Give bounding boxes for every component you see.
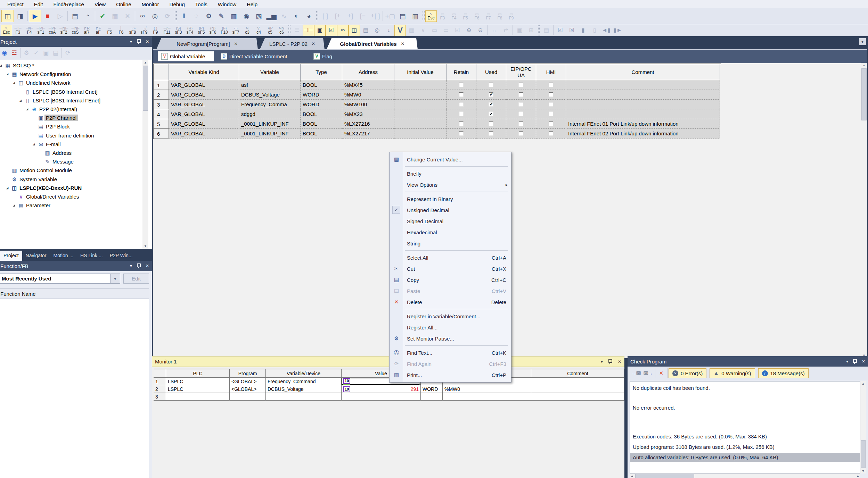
- pin-icon[interactable]: [137, 39, 141, 43]
- tree-item-e-mail[interactable]: ◢✉E-mail: [0, 140, 152, 149]
- breakpoint-add-icon[interactable]: [+: [331, 10, 344, 22]
- branch-icon[interactable]: Чc3: [241, 25, 253, 36]
- edit-button[interactable]: Edit: [123, 274, 149, 284]
- check-message[interactable]: Execution codes: 36 Bytes are used. (0.0…: [630, 432, 860, 441]
- check-program-icon[interactable]: ✔: [96, 10, 109, 22]
- bookmark-next-icon[interactable]: ▮►: [612, 25, 623, 36]
- grid-cell-type[interactable]: BOOL: [301, 80, 342, 90]
- monitor-header-program[interactable]: Program: [230, 369, 266, 378]
- contact-nf-icon[interactable]: ⊣NFcsS: [69, 25, 81, 36]
- coil-p-icon[interactable]: {P}sF5: [196, 25, 207, 36]
- checkbox-used[interactable]: ✔: [489, 112, 493, 116]
- checkbox-retain[interactable]: [459, 102, 464, 107]
- grid-cell-eip[interactable]: [506, 90, 536, 100]
- grid-cell-initial[interactable]: [394, 119, 447, 129]
- wave-monitor-icon[interactable]: ∿: [278, 10, 290, 22]
- monitor-cell-plc[interactable]: [166, 393, 230, 401]
- coil-n-icon[interactable]: {N}sF6: [207, 25, 219, 36]
- change-value-icon[interactable]: ✎: [215, 10, 228, 22]
- grid-cell-hmi[interactable]: [536, 100, 566, 109]
- monitor-reset-icon[interactable]: ◌: [190, 10, 203, 22]
- grid-cell-initial[interactable]: [394, 129, 447, 139]
- checkbox-retain[interactable]: [459, 112, 464, 116]
- prev-message-icon[interactable]: ←✉: [630, 368, 642, 378]
- scroll-right-icon[interactable]: ►: [856, 475, 860, 478]
- monitor-cell-type[interactable]: WORD: [421, 385, 443, 393]
- scan-device-icon[interactable]: ◎: [149, 10, 161, 22]
- branch-v-icon[interactable]: Ѵc4: [253, 25, 264, 36]
- grid-cell-type[interactable]: BOOL: [301, 109, 342, 119]
- expander-icon[interactable]: ◢: [26, 108, 31, 111]
- menu-item-find-text[interactable]: ⒶFind Text...Ctrl+K: [390, 347, 511, 358]
- grid-cell-retain[interactable]: [447, 100, 476, 109]
- tree-vscrollbar[interactable]: ▲▼: [142, 60, 148, 249]
- checkbox-retain[interactable]: [459, 121, 464, 126]
- monitor-cell-device[interactable]: %MW0: [443, 385, 531, 393]
- used-device-icon[interactable]: ▤: [396, 10, 409, 22]
- checkbox-eip[interactable]: [519, 131, 523, 136]
- checkbox-used[interactable]: [489, 121, 493, 126]
- grid-cell-retain[interactable]: [447, 109, 476, 119]
- menu-item-represent-in-binary[interactable]: Represent In Binary: [390, 193, 511, 204]
- subtab-global-variable[interactable]: VGlobal Variable: [158, 51, 214, 61]
- grid-header-type[interactable]: Type: [301, 64, 342, 80]
- grid-cell-kind[interactable]: VAR_GLOBAL: [169, 80, 239, 90]
- monitor-cell-rownum[interactable]: 3: [154, 393, 166, 401]
- grid-cell-eip[interactable]: [506, 119, 536, 129]
- monitor-header-col0[interactable]: [154, 369, 166, 378]
- branch-p-icon[interactable]: ЧPc5: [264, 25, 276, 36]
- user-event-icon[interactable]: ◐: [290, 10, 303, 22]
- system-monitor-icon[interactable]: ▥: [228, 10, 240, 22]
- pause-run-icon[interactable]: ▷: [54, 10, 66, 22]
- column-fit-icon[interactable]: ⇄: [500, 25, 511, 36]
- hline-icon[interactable]: ─F5: [104, 25, 115, 36]
- variable-comment-icon[interactable]: ▭: [440, 25, 452, 36]
- grid-cell-comment[interactable]: Internal FEnet 01 Port Link/up down info…: [566, 119, 720, 129]
- menu-tools[interactable]: Tools: [190, 1, 213, 7]
- menu-view[interactable]: View: [89, 1, 111, 7]
- tree-item-address[interactable]: ▥Address: [0, 149, 152, 157]
- close-icon[interactable]: ✕: [146, 39, 149, 44]
- grid-row-number[interactable]: 3: [154, 100, 169, 109]
- bookmark-on-icon[interactable]: ☑: [555, 25, 566, 36]
- checkbox-hmi[interactable]: [549, 112, 553, 116]
- filter-button-0-error-s[interactable]: ✕0 Error(s): [669, 368, 706, 378]
- grid-cell-address[interactable]: %MX45: [342, 80, 394, 90]
- filter-button-0-warning-s[interactable]: ▲0 Warning(s): [710, 368, 755, 378]
- bookmark-outline-icon[interactable]: ▯: [589, 25, 600, 36]
- breakpoint-list-icon[interactable]: [=: [357, 10, 369, 22]
- tree-item-p2p-02-internal[interactable]: ◢⊕P2P 02(Internal): [0, 105, 152, 114]
- f9-key-icon[interactable]: ▭F9: [506, 10, 517, 22]
- breakpoint-remove-icon[interactable]: +]: [344, 10, 357, 22]
- pin-icon[interactable]: [608, 359, 612, 363]
- grid-row-number[interactable]: 4: [154, 109, 169, 119]
- zoom-in-icon[interactable]: ⊕: [463, 25, 475, 36]
- data-analysis-icon[interactable]: ◕: [303, 10, 315, 22]
- grid-cell-address[interactable]: %MW0: [342, 90, 394, 100]
- dock-tab-p2p-win[interactable]: P2P Win...: [106, 251, 136, 261]
- grid-cell-initial[interactable]: [394, 80, 447, 90]
- checkbox-eip[interactable]: [519, 102, 523, 107]
- grid-header-used[interactable]: Used: [476, 64, 506, 80]
- chevron-down-icon[interactable]: ▼: [110, 274, 120, 284]
- monitor-cell-plc[interactable]: LSPLC: [166, 378, 230, 385]
- grid-cell-used[interactable]: [476, 119, 506, 129]
- branch-n-icon[interactable]: ЧNc6: [276, 25, 287, 36]
- bookmark-off-icon[interactable]: ☒: [566, 25, 578, 36]
- scroll-up-icon[interactable]: ▲: [860, 382, 866, 385]
- monitor-cell-comment[interactable]: [531, 385, 624, 393]
- checkbox-retain[interactable]: [459, 92, 464, 97]
- f6-key-icon[interactable]: ▭F6: [471, 10, 483, 22]
- esc-key-icon[interactable]: ↖Esc: [425, 10, 437, 22]
- run-icon[interactable]: ▶: [29, 10, 41, 22]
- grid-cell-variable[interactable]: DCBUS_Voltage: [239, 90, 301, 100]
- monitor-list-icon[interactable]: ☲: [9, 48, 19, 58]
- variable-mode-icon[interactable]: V: [394, 25, 406, 36]
- connect-icon[interactable]: ∞: [136, 10, 149, 22]
- expander-icon[interactable]: ◢: [6, 73, 11, 76]
- plc-info-icon[interactable]: ▤: [69, 10, 81, 22]
- tree-item-lsplc-b0s1-internal-fenet[interactable]: ◢▯LSPLC [B0S1 Internal FEnet]: [0, 96, 152, 105]
- tree-item-p2p-channel[interactable]: ▣P2P Channel: [0, 114, 152, 122]
- program-monitor-icon[interactable]: ▤: [360, 25, 371, 36]
- menu-online[interactable]: Online: [111, 1, 136, 7]
